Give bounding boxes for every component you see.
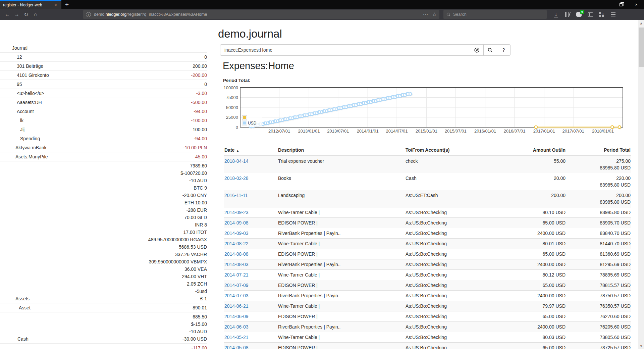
transaction-date-link[interactable]: 2014-07-09 — [224, 283, 249, 288]
transaction-date-link[interactable]: 2014-09-03 — [224, 231, 249, 236]
transaction-date-link[interactable]: 2014-09-23 — [224, 210, 249, 215]
table-row[interactable]: 2014-07-09EDISON POWER |As:US:Bo:Checkin… — [224, 280, 631, 291]
transaction-date-link[interactable]: 2018-04-14 — [224, 158, 249, 164]
url-bar[interactable]: i demo.hledger.org/register?q=inacct%3AE… — [83, 10, 439, 19]
transaction-date-link[interactable]: 2014-05-21 — [224, 335, 249, 340]
sidebar-account-row[interactable]: Cash685.50$-15.00-10 AUD-30.00 USD — [0, 312, 207, 344]
page-actions-icon[interactable]: ⋯ — [423, 11, 428, 18]
sidebar-account-row[interactable]: Jij100.00 — [0, 125, 207, 134]
account-balance: -500.00 — [191, 99, 207, 106]
home-icon[interactable]: ⌂ — [31, 10, 40, 19]
sidebar-account-row[interactable]: Aaasets:DH-500.00 — [0, 98, 207, 107]
extensions-grid-icon[interactable]: + — [597, 10, 606, 19]
period-total-line: 81360.69 USD — [567, 251, 631, 257]
bookmark-star-icon[interactable]: ☆ — [432, 11, 437, 17]
sidebar-account-row[interactable]: 301 Beiträge200.00 — [0, 62, 207, 71]
table-row[interactable]: 2014-08-03RiverBank Properties | Payin..… — [224, 259, 631, 270]
cell-date: 2014-06-09 — [224, 311, 277, 322]
site-info-icon[interactable]: i — [86, 12, 91, 17]
table-row[interactable]: 2014-07-21Wine-Tarner Cable |As:US:Bo:Ch… — [224, 270, 631, 280]
table-row[interactable]: 2014-08-22Wine-Tarner Cable |As:US:Bo:Ch… — [224, 239, 631, 249]
table-row[interactable]: 2014-09-03RiverBank Properties | Payin..… — [224, 228, 631, 239]
url-text: demo.hledger.org/register?q=inacct%3AExp… — [94, 12, 207, 17]
library-icon[interactable] — [563, 10, 572, 19]
column-header-period-total[interactable]: Period Total — [566, 145, 631, 156]
cell-date: 2018-04-14 — [224, 156, 277, 173]
table-row[interactable]: 2014-05-08EDISON POWER |As:US:Bo:Checkin… — [224, 343, 631, 349]
table-row[interactable]: 2014-05-21Wine-Tarner Cable |As:US:Bo:Ch… — [224, 332, 631, 343]
account-balance: -45.00 — [194, 153, 207, 160]
sidebar-account-row[interactable]: 120 — [0, 53, 207, 62]
transaction-date-link[interactable]: 2014-07-03 — [224, 293, 249, 298]
table-row[interactable]: 2014-07-03RiverBank Properties | Payin..… — [224, 291, 631, 301]
column-header-to-from-account-s-[interactable]: To/From Account(s) — [405, 145, 499, 156]
account-name: <u>hello</u> — [17, 90, 44, 97]
sidebar-account-row[interactable]: 950 — [0, 80, 207, 89]
sidebar-account-row[interactable]: lk-100.00 — [0, 116, 207, 125]
transaction-date-link[interactable]: 2014-09-08 — [224, 220, 249, 226]
browser-search-field[interactable]: Search — [443, 10, 547, 19]
sidebar-account-row[interactable]: Assets7989.60$-100720.00-10 AUDBTC 9-20.… — [0, 161, 207, 303]
sidebar-account-row[interactable]: Asset890.01 — [0, 303, 207, 312]
column-header-amount-out-in[interactable]: Amount Out/In — [499, 145, 566, 156]
transaction-date-link[interactable]: 2014-06-21 — [224, 303, 249, 309]
table-row[interactable]: 2016-11-11LandscapingAs:US:ET:Cash200.00… — [224, 190, 631, 207]
table-row[interactable]: 2014-06-09EDISON POWER |As:US:Bo:Checkin… — [224, 311, 631, 322]
minimize-button[interactable]: – — [598, 0, 613, 9]
table-row[interactable]: 2018-04-14Trial expense vouchercheck55.0… — [224, 156, 631, 173]
scrollbar-down-icon[interactable]: ∨ — [638, 344, 644, 348]
scrollbar-thumb[interactable] — [639, 28, 644, 67]
transaction-date-link[interactable]: 2014-06-09 — [224, 314, 249, 319]
sidebar-account-row[interactable]: -117.00 — [0, 344, 207, 349]
query-input[interactable] — [220, 44, 470, 56]
sidebar-account-row[interactable]: 4101 Girokonto-200.00 — [0, 71, 207, 80]
sidebar-account-row[interactable]: Account-94.00 — [0, 107, 207, 116]
tab-close-icon[interactable]: × — [53, 2, 58, 8]
balance-amount: -10 AUD — [182, 328, 207, 335]
table-row[interactable]: 2014-06-03RiverBank Properties | Payin..… — [224, 322, 631, 332]
forward-icon[interactable]: → — [12, 10, 21, 19]
browser-tab[interactable]: register - hledger-web × — [0, 0, 61, 9]
menu-hamburger-icon[interactable] — [608, 10, 618, 19]
clear-query-button[interactable] — [470, 44, 484, 56]
transaction-date-link[interactable]: 2014-08-22 — [224, 241, 249, 246]
close-button[interactable]: × — [629, 0, 644, 9]
period-total-line: 78895.69 USD — [567, 271, 631, 278]
table-row[interactable]: 2014-09-23Wine-Tarner Cable |As:US:Bo:Ch… — [224, 207, 631, 218]
table-row[interactable]: 2014-08-08EDISON POWER |As:US:Bo:Checkin… — [224, 249, 631, 259]
extension-icon[interactable]: 0 — [574, 10, 583, 19]
transaction-date-link[interactable]: 2016-11-11 — [224, 193, 248, 198]
search-button[interactable] — [484, 44, 497, 56]
transaction-date-link[interactable]: 2018-02-28 — [224, 176, 249, 181]
sidebar-account-row[interactable]: Spending-94.00 — [0, 134, 207, 143]
scrollbar-up-icon[interactable]: ∧ — [638, 21, 644, 25]
transaction-date-link[interactable]: 2014-07-21 — [224, 272, 249, 278]
restore-button[interactable] — [613, 0, 629, 9]
cell-period-total: 73805.60 USD — [566, 332, 631, 343]
reload-icon[interactable]: ↻ — [21, 10, 31, 19]
sidebar-toggle-icon[interactable] — [586, 10, 595, 19]
new-tab-button[interactable]: + — [61, 0, 72, 9]
table-row[interactable]: 2018-02-28BooksCash20.00220.0083985.80 U… — [224, 173, 631, 190]
column-header-description[interactable]: Description — [277, 145, 405, 156]
sidebar-account-row[interactable]: <u>hello</u>-3.00 — [0, 89, 207, 98]
transaction-date-link[interactable]: 2014-05-08 — [224, 345, 249, 349]
cell-amount: 65.00 USD — [499, 311, 566, 322]
table-row[interactable]: 2014-06-21Wine-Tarner Cable |As:US:Bo:Ch… — [224, 301, 631, 311]
period-total-chart[interactable]: 2012/07/012013/01/012013/07/012014/01/01… — [218, 86, 636, 138]
cell-accounts: As:US:Bo:Checking — [405, 311, 499, 322]
back-icon[interactable]: ← — [3, 10, 12, 19]
sidebar-item-journal[interactable]: Journal — [0, 44, 207, 53]
period-total-line: 220.00 — [567, 175, 631, 182]
page-scrollbar[interactable]: ∧ ∨ — [638, 20, 644, 349]
navigation-toolbar: ← → ↻ ⌂ i demo.hledger.org/register?q=in… — [0, 9, 644, 20]
sidebar-account-row[interactable]: Aktywa:mBank-10.00 PLN — [0, 143, 207, 152]
column-header-date[interactable]: Date▲ — [224, 145, 277, 156]
transaction-date-link[interactable]: 2014-08-03 — [224, 262, 249, 267]
help-button[interactable]: ? — [497, 44, 511, 56]
transaction-date-link[interactable]: 2014-08-08 — [224, 251, 249, 257]
table-row[interactable]: 2014-09-08EDISON POWER |As:US:Bo:Checkin… — [224, 218, 631, 228]
sidebar-account-row[interactable]: Asets:MunyPile-45.00 — [0, 152, 207, 161]
transaction-date-link[interactable]: 2014-06-03 — [224, 324, 249, 330]
download-icon[interactable]: ↓ — [551, 10, 560, 19]
